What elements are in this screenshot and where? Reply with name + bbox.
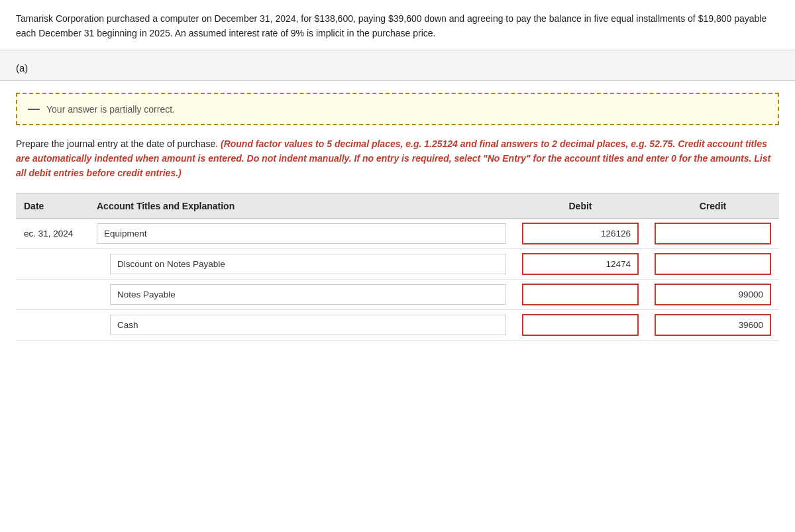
debit-cell-2[interactable] xyxy=(514,249,647,280)
date-cell-1: ec. 31, 2024 xyxy=(16,219,89,249)
main-content: — Your answer is partially correct. Prep… xyxy=(0,81,795,356)
debit-input-2[interactable] xyxy=(522,253,639,275)
date-cell-3 xyxy=(16,280,89,310)
credit-cell-1[interactable] xyxy=(647,219,779,249)
credit-input-1[interactable] xyxy=(655,223,771,244)
account-input-2[interactable] xyxy=(110,254,506,274)
credit-cell-4[interactable] xyxy=(647,310,779,341)
date-cell-2 xyxy=(16,249,89,280)
account-cell-2[interactable] xyxy=(89,249,514,280)
instructions: Prepare the journal entry at the date of… xyxy=(16,137,779,180)
part-label-section: (a) xyxy=(0,50,795,81)
partial-correct-text: Your answer is partially correct. xyxy=(46,104,175,115)
partial-correct-box: — Your answer is partially correct. xyxy=(16,93,779,125)
credit-input-3[interactable] xyxy=(655,284,771,305)
account-input-4[interactable] xyxy=(110,315,506,335)
header-date: Date xyxy=(16,194,89,219)
debit-cell-1[interactable] xyxy=(514,219,647,249)
intro-section: Tamarisk Corporation purchased a compute… xyxy=(0,0,795,50)
debit-input-4[interactable] xyxy=(522,314,639,336)
account-cell-3[interactable] xyxy=(89,280,514,310)
date-cell-4 xyxy=(16,310,89,341)
debit-input-3[interactable] xyxy=(522,284,639,305)
debit-cell-4[interactable] xyxy=(514,310,647,341)
header-account: Account Titles and Explanation xyxy=(89,194,514,219)
table-row xyxy=(16,310,779,341)
debit-cell-3[interactable] xyxy=(514,280,647,310)
date-value-1: ec. 31, 2024 xyxy=(24,229,73,239)
account-input-1[interactable] xyxy=(97,223,506,244)
part-label: (a) xyxy=(16,62,28,74)
table-row xyxy=(16,249,779,280)
intro-text: Tamarisk Corporation purchased a compute… xyxy=(16,12,779,40)
instructions-normal: Prepare the journal entry at the date of… xyxy=(16,138,221,149)
credit-input-4[interactable] xyxy=(655,314,771,336)
dash-icon: — xyxy=(28,102,40,116)
account-cell-1[interactable] xyxy=(89,219,514,249)
table-row xyxy=(16,280,779,310)
account-cell-4[interactable] xyxy=(89,310,514,341)
account-input-3[interactable] xyxy=(110,284,506,305)
table-row: ec. 31, 2024 xyxy=(16,219,779,249)
credit-input-2[interactable] xyxy=(655,253,771,275)
journal-table: Date Account Titles and Explanation Debi… xyxy=(16,193,779,341)
table-header-row: Date Account Titles and Explanation Debi… xyxy=(16,194,779,219)
credit-cell-3[interactable] xyxy=(647,280,779,310)
credit-cell-2[interactable] xyxy=(647,249,779,280)
header-debit: Debit xyxy=(514,194,647,219)
debit-input-1[interactable] xyxy=(522,223,639,244)
header-credit: Credit xyxy=(647,194,779,219)
